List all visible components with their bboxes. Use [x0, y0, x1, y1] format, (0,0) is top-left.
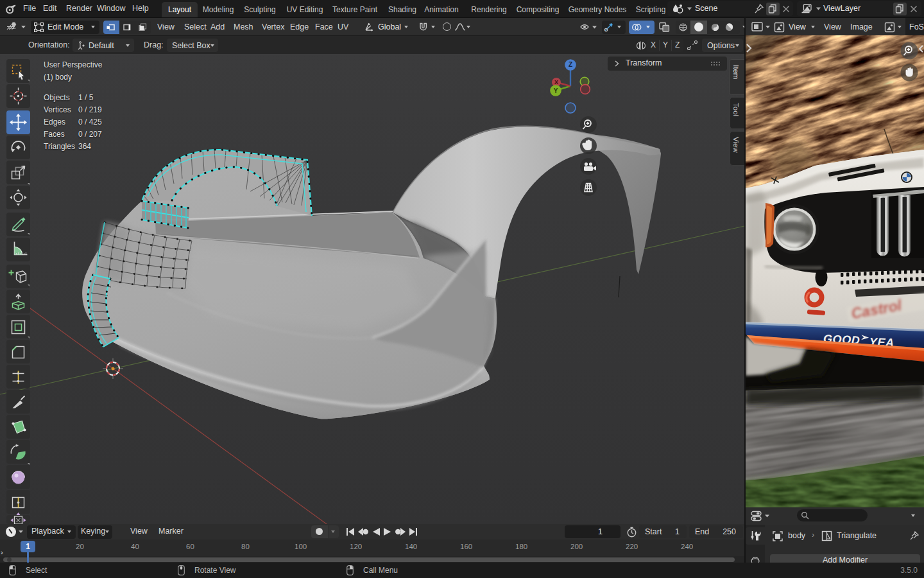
- svg-text:Z: Z: [569, 61, 572, 68]
- svg-text:Y: Y: [554, 87, 558, 94]
- svg-text:X: X: [554, 79, 558, 85]
